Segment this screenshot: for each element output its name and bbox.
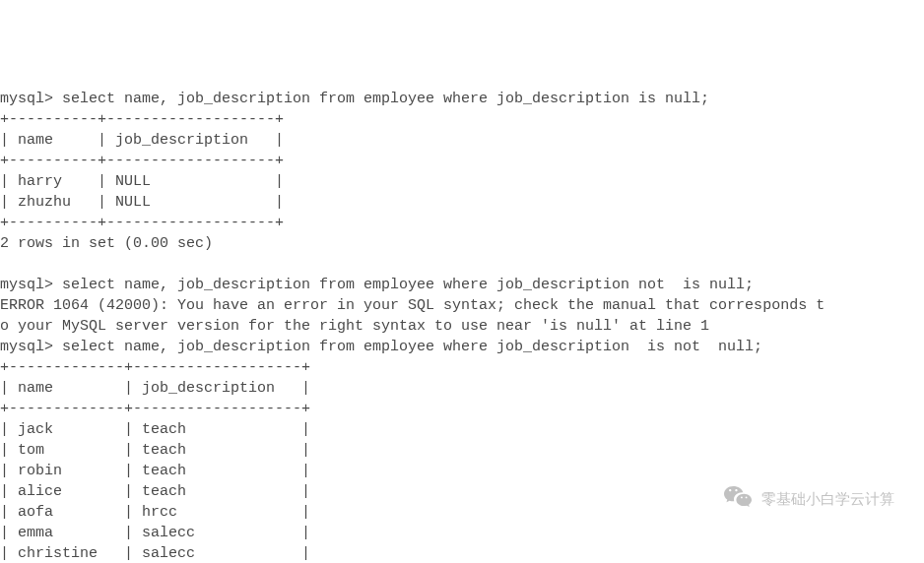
watermark: 零基础小白学云计算 bbox=[707, 464, 894, 533]
wechat-icon bbox=[707, 464, 752, 533]
watermark-text: 零基础小白学云计算 bbox=[761, 488, 894, 509]
